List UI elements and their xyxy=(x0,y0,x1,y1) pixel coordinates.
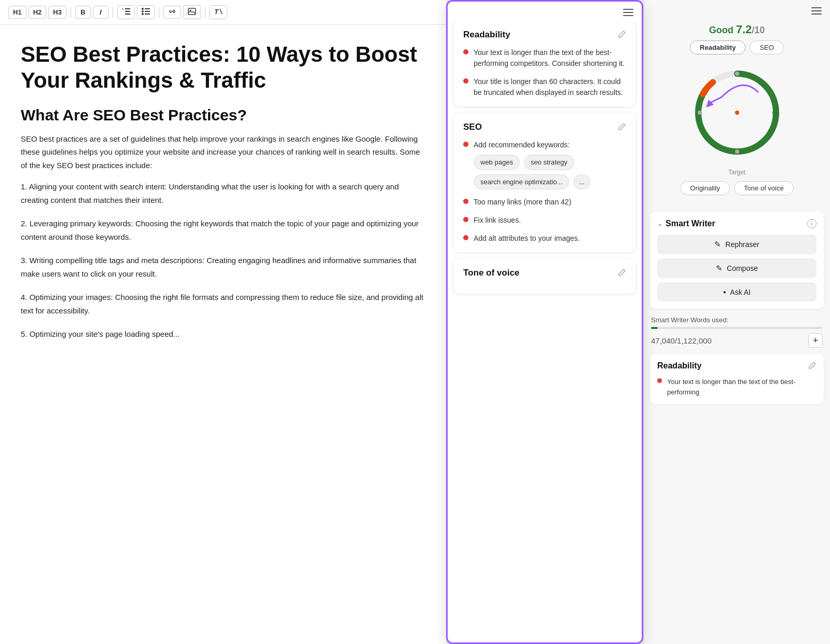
words-count-value: 47,040/1,122,000 xyxy=(651,336,712,345)
compose-label: Compose xyxy=(727,264,758,272)
smart-writer-buttons: ✎ Rephraser ✎ Compose ▪ Ask AI xyxy=(657,235,817,302)
h3-button[interactable]: H3 xyxy=(48,6,66,19)
keyword-more-chip[interactable]: ... xyxy=(573,174,590,190)
seo-bullet-dot-4 xyxy=(463,235,468,240)
words-count-row: 47,040/1,122,000 + xyxy=(651,333,823,348)
right-readability-bullet: Your text is longer than the text of the… xyxy=(657,377,817,397)
bold-button[interactable]: B xyxy=(75,6,91,19)
readability-title: Readability xyxy=(463,30,510,40)
h2-button[interactable]: H2 xyxy=(29,6,47,19)
score-tabs-bottom: Originality Tone of voice xyxy=(652,181,822,195)
right-readability-section: Readability Your text is longer than the… xyxy=(650,354,824,404)
svg-text:1.: 1. xyxy=(122,8,125,10)
seo-bullet-links-text: Too many links (more than 42) xyxy=(474,197,571,208)
image-button[interactable] xyxy=(183,5,201,19)
seo-bullet-dot-2 xyxy=(463,199,468,204)
paragraph-3: 2. Leveraging primary keywords: Choosing… xyxy=(21,217,425,243)
right-readability-edit-icon[interactable] xyxy=(807,361,817,371)
readability-edit-icon[interactable] xyxy=(617,30,626,39)
article-heading2: What Are SEO Best Practices? xyxy=(21,106,425,124)
bullet-dot-2 xyxy=(463,78,468,84)
smart-writer-section: ⌄ Smart Writer i ✎ Rephraser ✎ Compose ▪… xyxy=(650,212,824,309)
ordered-list-button[interactable]: 1. xyxy=(117,5,135,19)
seo-bullet-fix-links: Fix link issues. xyxy=(463,215,626,226)
readability-bullet-1: Your text is longer than the text of the… xyxy=(463,47,626,69)
seo-keywords-label: Add recommended keywords: xyxy=(474,141,570,149)
right-panel-menu-icon[interactable] xyxy=(811,7,822,15)
toolbar: H1 H2 H3 B I 1. T xyxy=(0,0,446,25)
h1-button[interactable]: H1 xyxy=(8,6,26,19)
svg-point-18 xyxy=(772,111,777,115)
center-panel-body[interactable]: Readability Your text is longer than the… xyxy=(448,20,642,642)
seo-bullet-alt: Add alt attributes to your images. xyxy=(463,233,626,244)
seo-card-header: SEO xyxy=(463,122,626,132)
ask-ai-icon: ▪ xyxy=(723,287,726,296)
donut-svg xyxy=(685,61,789,165)
words-count-total: /1,122,000 xyxy=(675,336,712,345)
svg-point-19 xyxy=(735,149,739,154)
words-progress-fill xyxy=(651,327,658,329)
clear-format-button[interactable]: T xyxy=(210,5,227,19)
toolbar-divider-3 xyxy=(159,7,159,18)
tab-originality[interactable]: Originality xyxy=(680,181,730,195)
seo-bullet-links: Too many links (more than 42) xyxy=(463,197,626,208)
svg-point-4 xyxy=(142,8,144,10)
paragraph-6: 5. Optimizing your site's page loading s… xyxy=(21,327,425,341)
score-total: /10 xyxy=(752,25,765,35)
tone-of-voice-card: Tone of voice xyxy=(454,258,635,294)
svg-line-13 xyxy=(220,9,222,14)
tab-readability[interactable]: Readability xyxy=(690,40,745,54)
readability-bullet-2-text: Your title is longer than 60 characters.… xyxy=(474,76,626,98)
words-count-number: 47,040 xyxy=(651,336,675,345)
keyword-chip-1[interactable]: web pages xyxy=(474,155,520,170)
keywords-wrap: web pages seo strategy search engine opt… xyxy=(474,155,626,189)
add-words-button[interactable]: + xyxy=(808,333,823,348)
paragraph-2: 1. Aligning your content with search int… xyxy=(21,180,425,207)
svg-point-8 xyxy=(142,13,144,15)
right-readability-title: Readability xyxy=(657,361,701,371)
tab-tone-of-voice[interactable]: Tone of voice xyxy=(734,181,794,195)
right-readability-header: Readability xyxy=(657,361,817,371)
donut-chart xyxy=(685,61,789,165)
words-progress-bar xyxy=(651,327,823,329)
svg-point-6 xyxy=(142,10,144,12)
article-title: SEO Best Practices: 10 Ways to Boost You… xyxy=(21,42,425,94)
unordered-list-button[interactable] xyxy=(137,5,155,19)
svg-point-21 xyxy=(735,111,739,115)
tone-of-voice-title: Tone of voice xyxy=(463,268,519,278)
svg-point-17 xyxy=(735,72,739,76)
ask-ai-button[interactable]: ▪ Ask AI xyxy=(657,282,817,302)
bullet-dot-1 xyxy=(463,49,468,54)
seo-bullet-dot-1 xyxy=(463,142,468,147)
keyword-chip-3[interactable]: search engine optimizatio... xyxy=(474,174,569,190)
sw-chevron-icon: ⌄ xyxy=(657,220,662,227)
tone-edit-icon[interactable] xyxy=(617,268,626,278)
seo-bullets: Add recommended keywords: web pages seo … xyxy=(463,140,626,244)
toolbar-divider-2 xyxy=(113,7,113,18)
center-panel: Readability Your text is longer than the… xyxy=(446,0,643,644)
readability-card-header: Readability xyxy=(463,30,626,40)
center-panel-header xyxy=(448,2,642,20)
readability-bullet-1-text: Your text is longer than the text of the… xyxy=(474,47,626,69)
keyword-chip-2[interactable]: seo strategy xyxy=(524,155,574,170)
editor-content[interactable]: SEO Best Practices: 10 Ways to Boost You… xyxy=(0,25,446,644)
tone-of-voice-card-header: Tone of voice xyxy=(463,268,626,278)
ask-ai-label: Ask AI xyxy=(730,288,751,296)
rs-bullet-dot xyxy=(657,378,662,383)
seo-card: SEO Add recommended keywords: web pages … xyxy=(454,113,635,252)
seo-bullet-alt-text: Add alt attributes to your images. xyxy=(474,233,580,244)
rephraser-button[interactable]: ✎ Rephraser xyxy=(657,235,817,254)
italic-button[interactable]: I xyxy=(93,6,108,19)
seo-edit-icon[interactable] xyxy=(617,122,626,132)
compose-button[interactable]: ✎ Compose xyxy=(657,258,817,278)
link-button[interactable] xyxy=(163,6,181,19)
score-section: Good 7.2/10 Readability SEO xyxy=(644,19,830,208)
tab-seo[interactable]: SEO xyxy=(750,40,783,54)
right-panel: Good 7.2/10 Readability SEO xyxy=(643,0,830,644)
hamburger-menu-icon[interactable] xyxy=(623,9,633,16)
rephraser-icon: ✎ xyxy=(714,240,721,249)
sw-info-icon[interactable]: i xyxy=(807,219,817,228)
seo-keywords-container: Add recommended keywords: web pages seo … xyxy=(474,140,626,189)
seo-bullet-keywords: Add recommended keywords: web pages seo … xyxy=(463,140,626,189)
right-panel-header xyxy=(644,0,830,19)
